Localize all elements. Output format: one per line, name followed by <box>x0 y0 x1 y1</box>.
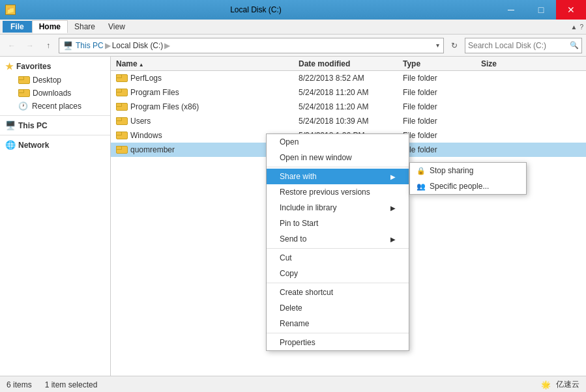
ctx-open[interactable]: Open <box>267 134 409 150</box>
ribbon-expand: ▲ ? <box>571 23 583 31</box>
maximize-button[interactable]: □ <box>526 0 556 20</box>
ctx-restore-versions[interactable]: Restore previous versions <box>267 184 409 200</box>
table-row[interactable]: Program Files 5/24/2018 11:20 AM File fo… <box>111 85 586 100</box>
forward-button: → <box>22 38 38 53</box>
ctx-rename-label: Rename <box>280 319 309 328</box>
favorites-header[interactable]: ★ Favorites <box>0 59 110 74</box>
context-menu: Open Open in new window Share with ▶ Res… <box>266 133 409 351</box>
ctx-copy-label: Copy <box>280 269 298 278</box>
help-icon[interactable]: ? <box>579 23 583 31</box>
col-header-size[interactable]: Size <box>476 59 528 68</box>
submenu-arrow-sendto-icon: ▶ <box>390 236 396 243</box>
ctx-delete-label: Delete <box>280 303 302 313</box>
ctx-send-to[interactable]: Send to ▶ <box>267 231 409 247</box>
submenu-arrow-library-icon: ▶ <box>390 204 396 212</box>
up-button[interactable]: ↑ <box>40 38 56 53</box>
table-row[interactable]: Program Files (x86) 5/24/2018 11:20 AM F… <box>111 100 586 114</box>
title-bar: 📁 Local Disk (C:) ─ □ ✕ <box>0 0 586 20</box>
table-row[interactable]: Users 5/24/2018 10:39 AM File folder <box>111 114 586 128</box>
status-bar: 6 items 1 item selected 🌟 亿速云 <box>0 376 586 392</box>
watermark-icon: 🌟 <box>541 380 551 389</box>
table-row[interactable]: PerfLogs 8/22/2013 8:52 AM File folder <box>111 71 586 85</box>
breadcrumb-sep2: ▶ <box>164 41 170 50</box>
col-header-date[interactable]: Date modified <box>293 59 398 68</box>
submenu-stop-sharing[interactable]: 🔒 Stop sharing <box>410 163 526 178</box>
submenu-specific-people-label: Specific people... <box>430 182 489 191</box>
ctx-pin-start[interactable]: Pin to Start <box>267 216 409 231</box>
sidebar-divider1 <box>0 115 110 116</box>
ctx-cut-label: Cut <box>280 253 292 262</box>
ctx-include-library[interactable]: Include in library ▶ <box>267 200 409 216</box>
file-type: File folder <box>398 74 476 83</box>
ctx-open-label: Open <box>280 137 299 147</box>
col-header-name[interactable]: Name▲ <box>111 59 293 68</box>
status-item-count: 6 items <box>7 380 32 389</box>
title-bar-left: 📁 <box>5 5 16 15</box>
col-header-type[interactable]: Type <box>398 59 476 68</box>
network-header[interactable]: 🌐 Network <box>0 138 110 152</box>
ctx-rename[interactable]: Rename <box>267 316 409 331</box>
ctx-cut[interactable]: Cut <box>267 250 409 266</box>
ctx-create-shortcut[interactable]: Create shortcut <box>267 285 409 300</box>
sidebar-item-desktop[interactable]: Desktop <box>0 74 110 87</box>
back-button: ← <box>4 38 20 53</box>
sidebar-desktop-label: Desktop <box>33 76 61 85</box>
close-button[interactable]: ✕ <box>556 0 586 20</box>
watermark-text: 亿速云 <box>556 379 579 390</box>
search-input[interactable] <box>468 41 570 50</box>
ctx-sep4 <box>267 333 409 333</box>
file-name: PerfLogs <box>130 74 162 83</box>
file-name: Users <box>130 117 151 126</box>
folder-icon <box>116 89 126 96</box>
search-icon: 🔍 <box>570 41 579 49</box>
title-bar-buttons: ─ □ ✕ <box>496 0 586 20</box>
submenu-stop-sharing-label: Stop sharing <box>430 166 473 175</box>
tab-share[interactable]: Share <box>68 21 102 33</box>
ctx-share-with[interactable]: Share with ▶ <box>267 169 409 184</box>
network-label: Network <box>18 141 49 150</box>
file-name: Windows <box>130 131 162 140</box>
submenu-specific-people[interactable]: 👥 Specific people... <box>410 178 526 194</box>
ctx-restore-versions-label: Restore previous versions <box>280 188 370 197</box>
refresh-button[interactable]: ↻ <box>447 38 462 53</box>
sidebar: ★ Favorites Desktop Downloads 🕐 Recent p… <box>0 57 111 376</box>
ctx-properties-label: Properties <box>280 338 315 347</box>
breadcrumb-sep1: ▶ <box>105 41 111 50</box>
thispc-header[interactable]: 🖥️ This PC <box>0 119 110 132</box>
ctx-delete[interactable]: Delete <box>267 300 409 316</box>
file-date: 5/24/2018 11:20 AM <box>293 102 398 111</box>
tab-view[interactable]: View <box>102 21 132 33</box>
breadcrumb-localdisk: Local Disk (C:) <box>112 41 164 50</box>
folder-icon-downloads <box>18 89 29 97</box>
status-bar-right: 🌟 亿速云 <box>541 379 579 390</box>
folder-icon <box>116 146 126 154</box>
minimize-button[interactable]: ─ <box>496 0 526 20</box>
file-name: Program Files <box>130 88 179 97</box>
tab-file[interactable]: File <box>3 21 32 33</box>
file-date: 5/24/2018 10:39 AM <box>293 117 398 126</box>
ctx-copy[interactable]: Copy <box>267 266 409 281</box>
ctx-sep1 <box>267 167 409 167</box>
file-date: 8/22/2013 8:52 AM <box>293 74 398 83</box>
ctx-properties[interactable]: Properties <box>267 335 409 350</box>
sidebar-recentplaces-label: Recent places <box>32 102 81 111</box>
tab-home[interactable]: Home <box>32 20 68 33</box>
file-type: File folder <box>398 131 476 140</box>
folder-icon <box>116 132 126 139</box>
sidebar-item-downloads[interactable]: Downloads <box>0 87 110 100</box>
file-name: Program Files (x86) <box>130 102 199 111</box>
breadcrumb-thispc[interactable]: This PC <box>76 41 104 50</box>
file-name: quomrember <box>130 145 175 154</box>
ribbon: File Home Share View ▲ ? <box>0 20 586 35</box>
network-section: 🌐 Network <box>0 138 110 152</box>
ctx-open-new-window[interactable]: Open in new window <box>267 150 409 165</box>
sidebar-item-recentplaces[interactable]: 🕐 Recent places <box>0 100 110 113</box>
ctx-pin-start-label: Pin to Start <box>280 219 318 228</box>
expand-icon: ▲ <box>571 23 578 31</box>
thispc-label: This PC <box>18 121 48 130</box>
breadcrumb-dropdown[interactable]: ▾ <box>436 42 439 49</box>
pc-icon: 🖥️ <box>5 120 16 130</box>
status-selected-count: 1 item selected <box>45 380 98 389</box>
favorites-label: Favorites <box>16 62 51 71</box>
file-type: File folder <box>398 102 476 111</box>
